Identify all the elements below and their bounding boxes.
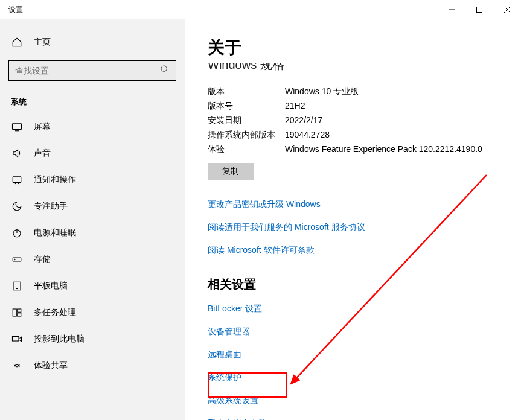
link-change-product-key[interactable]: 更改产品密钥或升级 Windows	[208, 193, 521, 216]
sidebar-item-label: 屏幕	[34, 121, 51, 132]
display-icon	[11, 121, 23, 133]
sidebar-section-label: 系统	[0, 87, 185, 113]
spec-value: Windows 10 专业版	[285, 86, 521, 97]
svg-rect-18	[13, 337, 19, 342]
search-box[interactable]	[8, 60, 176, 81]
link-system-protection[interactable]: 系统保护	[208, 366, 521, 389]
sidebar-item-sound[interactable]: 声音	[0, 140, 185, 167]
window-controls	[438, 0, 521, 19]
link-bitlocker[interactable]: BitLocker 设置	[208, 298, 521, 320]
spec-row: 操作系统内部版本 19044.2728	[208, 128, 521, 142]
spec-value: 19044.2728	[285, 130, 521, 141]
sound-icon	[11, 147, 23, 159]
link-rename-pc[interactable]: 重命名这台电脑	[208, 412, 521, 420]
spec-label: 操作系统内部版本	[208, 130, 285, 141]
sidebar-home-label: 主页	[34, 37, 51, 48]
sidebar-item-power-sleep[interactable]: 电源和睡眠	[0, 220, 185, 246]
svg-rect-15	[13, 309, 16, 316]
project-icon	[11, 333, 23, 345]
related-settings-header: 相关设置	[208, 276, 521, 293]
spec-label: 体验	[208, 144, 285, 155]
copy-button[interactable]: 复制	[208, 163, 254, 180]
spec-row: 版本 Windows 10 专业版	[208, 84, 521, 99]
tablet-icon	[11, 280, 23, 292]
sidebar: 主页 系统 屏幕 声音 通知和操作 专注助手 电源和睡眠	[0, 19, 185, 420]
spec-label: 版本号	[208, 101, 285, 112]
sidebar-item-multitasking[interactable]: 多任务处理	[0, 299, 185, 326]
sidebar-home[interactable]: 主页	[0, 30, 185, 54]
svg-rect-1	[477, 7, 482, 13]
svg-line-5	[166, 71, 168, 73]
sidebar-item-label: 体验共享	[34, 360, 68, 371]
link-microsoft-services-agreement[interactable]: 阅读适用于我们服务的 Microsoft 服务协议	[208, 216, 521, 239]
sidebar-item-label: 电源和睡眠	[34, 228, 76, 238]
sidebar-item-label: 存储	[34, 254, 51, 265]
page-title: 关于	[208, 36, 521, 59]
multitasking-icon	[11, 307, 23, 319]
search-input[interactable]	[15, 66, 160, 75]
search-icon	[160, 65, 170, 77]
sidebar-item-project[interactable]: 投影到此电脑	[0, 326, 185, 352]
sidebar-item-label: 投影到此电脑	[34, 334, 85, 345]
sidebar-item-label: 多任务处理	[34, 307, 76, 318]
sidebar-item-display[interactable]: 屏幕	[0, 113, 185, 140]
window-title: 设置	[8, 5, 23, 15]
sidebar-item-label: 平板电脑	[34, 281, 68, 291]
spec-row: 版本号 21H2	[208, 99, 521, 113]
sidebar-item-label: 通知和操作	[34, 174, 76, 185]
maximize-button[interactable]	[465, 0, 493, 19]
main-panel: 关于 Windows 规格 版本 Windows 10 专业版 版本号 21H2…	[185, 19, 521, 420]
svg-point-4	[161, 66, 167, 71]
notifications-icon	[11, 174, 23, 186]
link-device-manager[interactable]: 设备管理器	[208, 320, 521, 343]
links-section: 更改产品密钥或升级 Windows 阅读适用于我们服务的 Microsoft 服…	[208, 193, 521, 262]
spec-value: 2022/2/17	[285, 115, 521, 126]
svg-point-12	[14, 259, 16, 260]
sidebar-item-shared-experiences[interactable]: 体验共享	[0, 352, 185, 379]
spec-row: 安装日期 2022/2/17	[208, 113, 521, 128]
svg-rect-6	[13, 124, 22, 130]
spec-row: 体验 Windows Feature Experience Pack 120.2…	[208, 142, 521, 157]
power-icon	[11, 227, 23, 239]
spec-label: 版本	[208, 86, 285, 97]
windows-spec-heading: Windows 规格	[208, 63, 521, 74]
svg-rect-8	[13, 177, 21, 183]
focus-assist-icon	[11, 200, 23, 212]
spec-value: Windows Feature Experience Pack 120.2212…	[285, 144, 521, 155]
windows-spec-table: 版本 Windows 10 专业版 版本号 21H2 安装日期 2022/2/1…	[208, 84, 521, 157]
sidebar-item-focus-assist[interactable]: 专注助手	[0, 193, 185, 220]
svg-rect-17	[18, 313, 21, 316]
link-remote-desktop[interactable]: 远程桌面	[208, 343, 521, 366]
sidebar-item-notifications[interactable]: 通知和操作	[0, 167, 185, 193]
sidebar-item-tablet[interactable]: 平板电脑	[0, 273, 185, 299]
link-microsoft-license-terms[interactable]: 阅读 Microsoft 软件许可条款	[208, 239, 521, 262]
storage-icon	[11, 253, 23, 266]
spec-label: 安装日期	[208, 115, 285, 126]
sidebar-item-label: 声音	[34, 148, 51, 159]
spec-value: 21H2	[285, 101, 521, 112]
svg-rect-16	[18, 309, 21, 312]
sidebar-item-storage[interactable]: 存储	[0, 246, 185, 273]
home-icon	[11, 36, 23, 48]
shared-icon	[11, 360, 23, 372]
link-advanced-system-settings[interactable]: 高级系统设置	[208, 389, 521, 412]
close-button[interactable]	[493, 0, 521, 19]
minimize-button[interactable]	[438, 0, 465, 19]
sidebar-item-label: 专注助手	[34, 201, 68, 212]
